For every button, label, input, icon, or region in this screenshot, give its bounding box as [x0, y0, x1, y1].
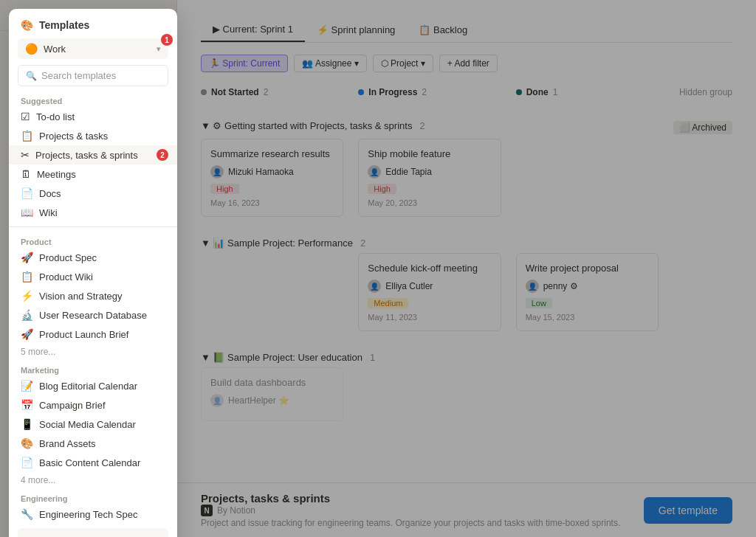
- docs-icon: 📄: [21, 187, 33, 199]
- marketing-section-label: Marketing: [9, 360, 177, 376]
- product-section-label: Product: [9, 232, 177, 248]
- suggested-meetings[interactable]: 🗓 Meetings: [9, 164, 177, 184]
- social-media-item[interactable]: 📱 Social Media Calendar: [9, 415, 177, 434]
- campaign-icon: 📅: [21, 399, 33, 411]
- search-field[interactable]: 🔍 Search templates: [18, 65, 168, 86]
- vision-strategy-item[interactable]: ⚡ Vision and Strategy: [9, 286, 177, 305]
- engineering-section-label: Engineering: [9, 488, 177, 505]
- template-modal: 🎨 Templates 🟠 Work ▾ 1 🔍 Search template…: [9, 9, 177, 537]
- marketing-more-link[interactable]: 4 more...: [9, 472, 177, 488]
- work-icon: 🟠: [25, 43, 38, 55]
- user-research-item[interactable]: 🔬 User Research Database: [9, 305, 177, 325]
- todo-icon: ☑: [21, 111, 30, 122]
- search-icon: 🔍: [26, 71, 37, 81]
- product-launch-item[interactable]: 🚀 Product Launch Brief: [9, 325, 177, 344]
- meetings-icon: 🗓: [21, 168, 31, 180]
- brand-icon: 🎨: [21, 437, 33, 449]
- suggested-list: ☑ To-do list 📋 Projects & tasks ✂ Projec…: [9, 107, 177, 222]
- product-wiki-icon: 📋: [21, 271, 33, 283]
- work-badge: 1: [161, 34, 173, 46]
- divider-1: [9, 226, 177, 227]
- modal-header: 🎨 Templates: [9, 9, 177, 38]
- blog-icon: 📝: [21, 380, 33, 392]
- templates-icon: 🎨: [21, 19, 33, 31]
- suggested-projects-tasks[interactable]: 📋 Projects & tasks: [9, 126, 177, 145]
- vision-icon: ⚡: [21, 290, 33, 302]
- suggested-docs[interactable]: 📄 Docs: [9, 184, 177, 203]
- campaign-brief-item[interactable]: 📅 Campaign Brief: [9, 395, 177, 415]
- projects-tasks-icon: 📋: [21, 130, 33, 142]
- brand-assets-item[interactable]: 🎨 Brand Assets: [9, 434, 177, 453]
- blog-editorial-item[interactable]: 📝 Blog Editorial Calendar: [9, 376, 177, 395]
- more-templates-section[interactable]: More templates ⓘ Discover thousands of t…: [18, 528, 168, 537]
- work-button[interactable]: 🟠 Work ▾ 1: [18, 38, 168, 59]
- suggested-label: Suggested: [9, 92, 177, 107]
- product-more-link[interactable]: 5 more...: [9, 344, 177, 360]
- sprints-icon: ✂: [21, 149, 30, 161]
- suggested-projects-tasks-sprints[interactable]: ✂ Projects, tasks & sprints 2: [9, 145, 177, 164]
- sprints-badge: 2: [157, 149, 168, 161]
- engineering-tech-spec-item[interactable]: 🔧 Engineering Tech Spec: [9, 505, 177, 524]
- basic-content-item[interactable]: 📄 Basic Content Calendar: [9, 453, 177, 472]
- wiki-icon: 📖: [21, 207, 33, 218]
- suggested-todo[interactable]: ☑ To-do list: [9, 107, 177, 126]
- social-icon: 📱: [21, 418, 33, 430]
- chevron-down-icon: ▾: [157, 44, 161, 54]
- suggested-wiki[interactable]: 📖 Wiki: [9, 203, 177, 222]
- product-spec-icon: 🚀: [21, 252, 33, 263]
- content-icon: 📄: [21, 457, 33, 468]
- research-icon: 🔬: [21, 309, 33, 321]
- tech-spec-icon: 🔧: [21, 508, 33, 520]
- product-wiki-item[interactable]: 📋 Product Wiki: [9, 267, 177, 286]
- launch-icon: 🚀: [21, 328, 33, 340]
- product-spec-item[interactable]: 🚀 Product Spec: [9, 248, 177, 267]
